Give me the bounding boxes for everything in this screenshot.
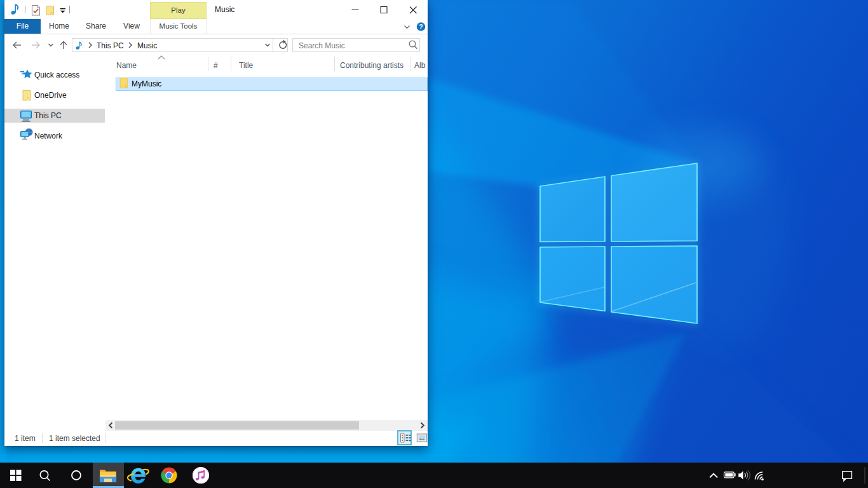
svg-text:?: ? [419,23,423,30]
